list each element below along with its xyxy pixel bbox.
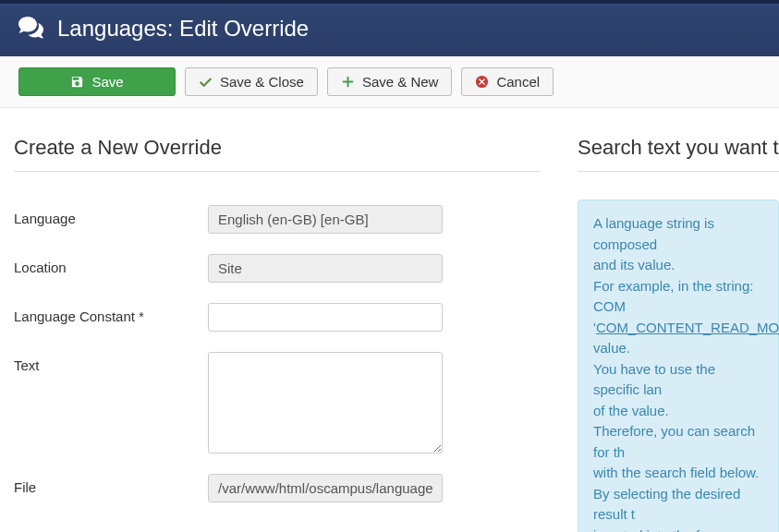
save-close-button[interactable]: Save & Close	[185, 67, 318, 96]
form-panel: Create a New Override Language Location …	[14, 136, 541, 532]
page-title: Languages: Edit Override	[57, 16, 309, 42]
page-header: Languages: Edit Override	[0, 4, 779, 56]
save-new-button[interactable]: Save & New	[327, 67, 453, 96]
text-label: Text	[14, 352, 208, 373]
language-field	[208, 205, 443, 234]
info-box: A language string is composed and its va…	[578, 200, 779, 532]
language-label: Language	[14, 205, 208, 226]
location-field	[208, 254, 443, 283]
constant-field[interactable]	[208, 303, 443, 332]
location-label: Location	[14, 254, 208, 275]
check-icon	[199, 75, 213, 89]
save-button[interactable]: Save	[18, 67, 176, 96]
file-label: File	[14, 474, 208, 495]
comments-icon	[18, 17, 44, 42]
cancel-button[interactable]: Cancel	[461, 67, 554, 96]
constant-label: Language Constant *	[14, 303, 208, 324]
form-heading: Create a New Override	[14, 136, 541, 172]
cancel-icon	[475, 75, 489, 89]
file-field	[208, 474, 443, 502]
search-heading: Search text you want to	[578, 136, 779, 172]
text-field[interactable]	[208, 352, 443, 453]
save-icon	[70, 75, 84, 89]
toolbar: Save Save & Close Save & New Cancel	[0, 56, 779, 108]
search-panel: Search text you want to A language strin…	[578, 136, 779, 532]
plus-icon	[341, 75, 355, 89]
